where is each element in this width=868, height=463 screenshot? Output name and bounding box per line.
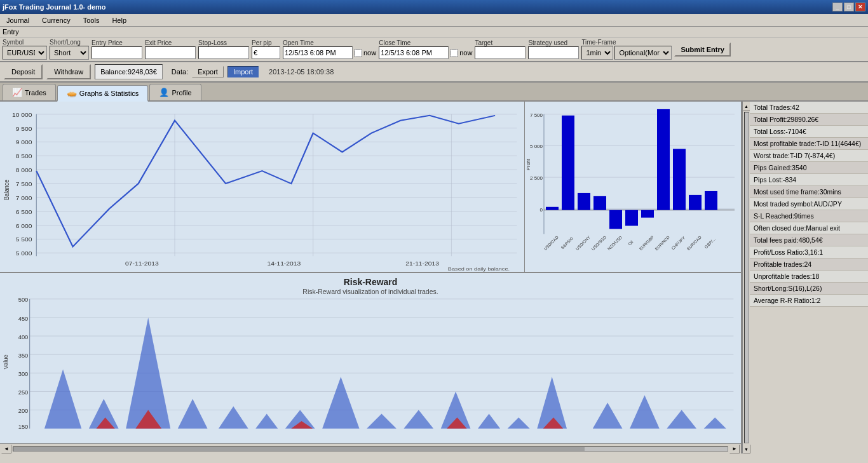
svg-rect-62 bbox=[689, 195, 702, 210]
svg-rect-58 bbox=[657, 109, 670, 210]
svg-text:Value: Value bbox=[3, 354, 9, 369]
svg-text:8 500: 8 500 bbox=[16, 153, 32, 159]
scroll-right-button[interactable]: ► bbox=[729, 445, 740, 453]
symbol-select[interactable]: EUR/USD bbox=[3, 46, 47, 60]
short-long-label: Short/Long bbox=[50, 39, 81, 46]
stats-scroll-up[interactable]: ▲ bbox=[743, 102, 750, 111]
withdraw-button[interactable]: Withdraw bbox=[46, 64, 91, 79]
svg-rect-54 bbox=[625, 210, 638, 226]
risk-reward-chart: Risk-Reward Risk-Reward visualization of… bbox=[0, 273, 741, 443]
svg-text:7 500: 7 500 bbox=[530, 112, 543, 118]
optional-select[interactable]: Optional(More) bbox=[614, 46, 672, 60]
entry-label: Entry bbox=[3, 28, 19, 36]
scroll-left-button[interactable]: ◄ bbox=[1, 445, 11, 453]
titlebar: jFox Trading Journal 1.0- demo _ □ ✕ bbox=[0, 0, 868, 14]
per-pip-input[interactable] bbox=[252, 46, 280, 59]
exit-price-input[interactable] bbox=[145, 46, 196, 59]
stat-row: Profit/Loss Ratio:3,16:1 bbox=[750, 246, 868, 258]
open-time-now-checkbox[interactable] bbox=[354, 49, 362, 57]
balance-chart: 10 000 9 500 9 000 8 500 8 000 7 500 7 0… bbox=[0, 102, 525, 272]
stats-container: ▲ ▼ Total Trades:42Total Profit:29890.26… bbox=[742, 102, 868, 453]
timeframe-group: Time-Frame 1min 5min 15min 30min 1hr Opt… bbox=[581, 39, 672, 60]
menu-tools[interactable]: Tools bbox=[79, 15, 104, 25]
short-long-select[interactable]: Short Long bbox=[50, 46, 89, 60]
tab-trades[interactable]: 📈 Trades bbox=[3, 84, 56, 100]
svg-text:07-11-2013: 07-11-2013 bbox=[125, 260, 159, 267]
svg-text:200: 200 bbox=[18, 408, 29, 414]
close-time-now-checkbox[interactable] bbox=[450, 49, 458, 57]
svg-text:Profit: Profit bbox=[526, 158, 531, 170]
tab-profile[interactable]: 👤 Profile bbox=[149, 84, 201, 100]
svg-rect-50 bbox=[593, 196, 606, 210]
svg-text:8 000: 8 000 bbox=[16, 167, 32, 173]
svg-text:350: 350 bbox=[18, 352, 29, 359]
stat-row: Total Trades:42 bbox=[750, 102, 868, 114]
main-content: 10 000 9 500 9 000 8 500 8 000 7 500 7 0… bbox=[0, 102, 868, 453]
tab-graphs[interactable]: 🥧 Graphs & Statistics bbox=[57, 85, 149, 102]
entry-bar: Entry bbox=[0, 27, 868, 37]
tabs-row: 📈 Trades 🥧 Graphs & Statistics 👤 Profile bbox=[0, 83, 868, 102]
close-time-input[interactable] bbox=[379, 46, 449, 59]
profit-chart: 7 500 5 000 2 500 0 Profit USD/CAD S&P50… bbox=[525, 102, 741, 272]
scroll-thumb[interactable] bbox=[13, 447, 585, 451]
tab-profile-label: Profile bbox=[172, 89, 191, 97]
stat-row: Pips Lost:-834 bbox=[750, 174, 868, 186]
exit-price-group: Exit Price bbox=[145, 39, 196, 59]
menu-journal[interactable]: Journal bbox=[3, 15, 33, 25]
scroll-track[interactable] bbox=[13, 446, 728, 452]
stats-scroll-track[interactable] bbox=[744, 112, 749, 443]
svg-text:9 500: 9 500 bbox=[16, 125, 32, 131]
graphs-icon: 🥧 bbox=[67, 88, 77, 98]
menu-help[interactable]: Help bbox=[108, 15, 130, 25]
menu-currency[interactable]: Currency bbox=[38, 15, 74, 25]
short-long-group: Short/Long Short Long bbox=[50, 39, 89, 60]
svg-rect-64 bbox=[705, 191, 717, 210]
svg-text:250: 250 bbox=[18, 389, 29, 396]
stat-row: Unprofitable trades:18 bbox=[750, 271, 868, 283]
svg-rect-56 bbox=[641, 210, 654, 218]
bottom-scrollbar[interactable]: ◄ ► bbox=[0, 443, 741, 453]
stat-row: Profitable trades:24 bbox=[750, 258, 868, 271]
open-time-input[interactable] bbox=[283, 46, 353, 59]
stat-row: Average R-R Ratio:1:2 bbox=[750, 295, 868, 307]
app-title: jFox Trading Journal 1.0- demo bbox=[3, 3, 106, 11]
stats-scroll-down[interactable]: ▼ bbox=[743, 445, 750, 453]
window-controls[interactable]: _ □ ✕ bbox=[832, 3, 865, 11]
import-button[interactable]: Import bbox=[227, 66, 259, 77]
stop-loss-input[interactable] bbox=[198, 46, 249, 59]
svg-text:10 000: 10 000 bbox=[12, 111, 32, 117]
timeframe-select[interactable]: 1min 5min 15min 30min 1hr bbox=[581, 46, 613, 60]
deposit-button[interactable]: Deposit bbox=[4, 64, 43, 79]
per-pip-label: Per pip bbox=[252, 39, 272, 46]
entry-price-input[interactable] bbox=[92, 46, 142, 59]
close-time-input-group: now bbox=[379, 46, 472, 59]
stat-row: S-L Reached:9times bbox=[750, 210, 868, 222]
svg-text:0: 0 bbox=[540, 207, 543, 213]
svg-text:2 500: 2 500 bbox=[530, 175, 543, 181]
svg-text:7 000: 7 000 bbox=[16, 195, 32, 201]
maximize-button[interactable]: □ bbox=[844, 3, 854, 11]
symbol-label: Symbol bbox=[3, 39, 24, 46]
close-button[interactable]: ✕ bbox=[855, 3, 865, 11]
submit-entry-button[interactable]: Submit Entry bbox=[674, 43, 730, 57]
target-input[interactable] bbox=[475, 46, 526, 59]
svg-text:Risk-Reward visualization of i: Risk-Reward visualization of individual … bbox=[302, 288, 438, 295]
export-button[interactable]: Export bbox=[192, 66, 224, 77]
svg-text:500: 500 bbox=[18, 297, 29, 303]
svg-rect-48 bbox=[578, 193, 590, 210]
symbol-group: Symbol EUR/USD bbox=[3, 39, 47, 60]
minimize-button[interactable]: _ bbox=[832, 3, 843, 11]
stats-scrollbar[interactable]: ▲ ▼ bbox=[742, 102, 750, 453]
stat-row: Total fees paid:480,54€ bbox=[750, 234, 868, 246]
svg-text:5 000: 5 000 bbox=[16, 250, 32, 257]
svg-text:5 500: 5 500 bbox=[16, 236, 32, 243]
stats-list: Total Trades:42Total Profit:29890.26€Tot… bbox=[750, 102, 868, 453]
exit-price-label: Exit Price bbox=[145, 39, 172, 46]
tab-graphs-label: Graphs & Statistics bbox=[79, 90, 139, 97]
close-time-label: Close Time bbox=[379, 39, 410, 46]
svg-text:14-11-2013: 14-11-2013 bbox=[268, 260, 301, 267]
strategy-input[interactable] bbox=[528, 46, 579, 59]
close-time-group: Close Time now bbox=[379, 39, 472, 59]
profile-icon: 👤 bbox=[159, 88, 169, 97]
stat-row: Most profitable trade:T-ID 11(4644€) bbox=[750, 138, 868, 150]
